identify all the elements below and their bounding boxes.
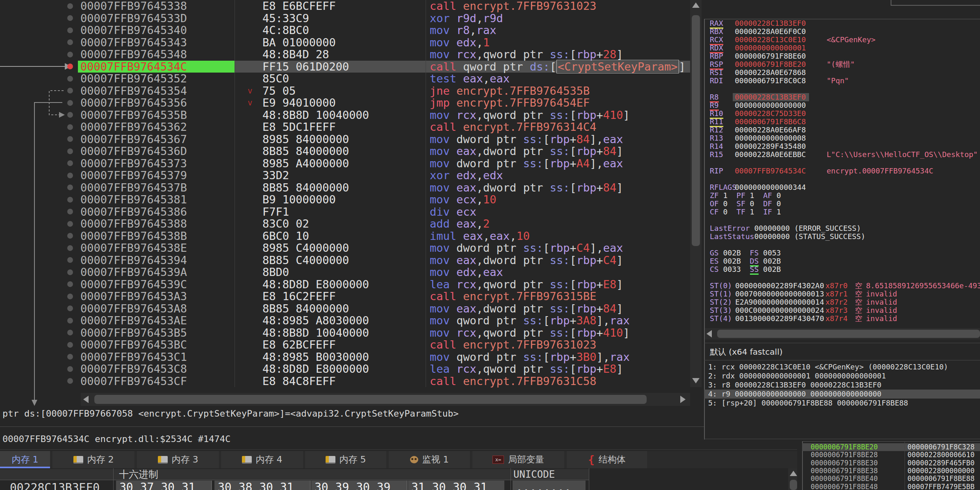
disasm-row[interactable]: 00007FFB9764539C48:8D8D E8000000lea rcx,… — [0, 278, 690, 291]
register-value[interactable]: 0000006791F8BE60 — [735, 52, 806, 60]
disasm-row[interactable]: 00007FFB9764537933D2xor edx,edx — [0, 169, 690, 182]
scroll-up-icon[interactable] — [692, 2, 700, 8]
disasm-row[interactable]: 00007FFB97645386F7F1div ecx — [0, 206, 690, 218]
register-value[interactable]: 0000000000000001 — [735, 44, 806, 52]
disasm-row[interactable]: 00007FFB97645338E8 E6BCFEFFcall encrypt.… — [0, 0, 690, 12]
register-value[interactable]: 00000228C13B3EF0 — [735, 93, 806, 101]
stack-row[interactable]: 0000006791F8BE380000022800000000 — [802, 467, 980, 475]
register-row[interactable]: RCX00000228C13C0E10<&CPGenKey> — [704, 36, 980, 44]
register-row[interactable]: R1500000228A0E6EBBCL"C:\\Users\\HelloCTF… — [704, 150, 980, 159]
register-row[interactable]: RDX0000000000000001 — [704, 44, 980, 52]
row-dot[interactable] — [67, 27, 73, 33]
register-row[interactable]: R800000228C13B3EF0 — [704, 93, 980, 101]
row-dot[interactable] — [67, 209, 73, 214]
x87-register-row[interactable]: ST(4)0013000002289F430470x87r4空invalid — [704, 315, 980, 323]
row-dot[interactable] — [67, 366, 73, 372]
tab-局部变量[interactable]: x=局部变量 — [472, 451, 564, 468]
register-row[interactable]: R110000006791F8B6C8 — [704, 118, 980, 126]
register-row[interactable]: RFLAGS0000000000000344 — [704, 183, 980, 191]
row-dot[interactable] — [67, 294, 73, 299]
disasm-row[interactable]: 00007FFB976453C848:8D8D E8000000lea rcx,… — [0, 363, 690, 375]
disasm-row[interactable]: 00007FFB976453CFE8 84C8FEFFcall encrypt.… — [0, 375, 690, 387]
call-argument-row[interactable]: 3: r8 00000228C13B3EF0 00000228C13B3EF0 — [704, 381, 980, 390]
row-dot[interactable] — [67, 281, 73, 287]
row-dot[interactable] — [67, 221, 73, 227]
tab-内存 5[interactable]: 内存 5 — [305, 451, 386, 468]
register-value[interactable]: 00007FFB9764534C — [735, 167, 806, 175]
row-dot[interactable] — [67, 100, 73, 106]
row-dot[interactable] — [67, 39, 73, 45]
x87-register-row[interactable]: ST(2)E2A90000000000000014x87r2空invalid — [704, 298, 980, 306]
breakpoint-dot[interactable] — [67, 64, 73, 69]
stack-row[interactable]: 0000006791F8BE4800007FFB7479E5BB — [802, 483, 980, 490]
row-dot[interactable] — [67, 136, 73, 142]
x87-register-row[interactable]: ST(3)000C0000000000000024x87r3空invalid — [704, 306, 980, 315]
row-dot[interactable] — [67, 269, 73, 275]
row-dot[interactable] — [67, 76, 73, 82]
row-dot[interactable] — [67, 330, 73, 335]
register-value[interactable]: 00000228A0E67868 — [735, 68, 806, 77]
dump-unicode-header[interactable]: UNICODE — [513, 469, 555, 480]
row-dot[interactable] — [67, 245, 73, 251]
disasm-vscroll-thumb[interactable] — [692, 15, 700, 246]
tab-内存 3[interactable]: 内存 3 — [137, 451, 219, 468]
register-row[interactable]: R1000000228C75D33E0 — [704, 109, 980, 118]
register-row[interactable]: RBP0000006791F8BE60 — [704, 52, 980, 60]
dump-unicode-cell[interactable]: ........ — [513, 481, 586, 490]
tab-结构体[interactable]: {结构体 — [567, 451, 647, 468]
register-value[interactable]: 0000006791F8B6C8 — [735, 118, 806, 126]
register-value[interactable]: 00000228A0E6EBBC — [735, 150, 806, 159]
scroll-up-icon[interactable] — [790, 471, 797, 476]
x87-register-row[interactable]: ST(0)0000000002289F4302A0x87r0空8.6518589… — [704, 282, 980, 290]
register-row[interactable]: R14000002289F435480 — [704, 142, 980, 150]
disasm-row[interactable]: 00007FFB9764536D8B85 84000000mov eax,dwo… — [0, 145, 690, 157]
row-dot[interactable] — [67, 15, 73, 21]
disasm-row[interactable]: 00007FFB9764533D45:33C9xor r9d,r9d — [0, 12, 690, 25]
disasm-row[interactable]: 00007FFB97645343BA 01000000mov edx,1 — [0, 36, 690, 49]
register-value[interactable]: 000002289F435480 — [735, 142, 806, 150]
disasm-row[interactable]: 00007FFB976453A88B85 84000000mov eax,dwo… — [0, 303, 690, 315]
disasm-row[interactable]: 00007FFB976453BCE8 62BCFEFFcall encrypt.… — [0, 339, 690, 351]
row-dot[interactable] — [67, 160, 73, 166]
disasm-row[interactable]: 00007FFB976453948B85 C4000000mov eax,dwo… — [0, 254, 690, 267]
register-value[interactable]: 00000228C75D33E0 — [735, 109, 806, 118]
scroll-left-icon[interactable] — [83, 396, 89, 403]
register-value[interactable]: 00000228A0E66AF8 — [735, 126, 806, 134]
disasm-row[interactable]: 00007FFB9764535B48:8B8D 10040000mov rcx,… — [0, 109, 690, 121]
calling-convention-selector[interactable]: 默认 (x64 fastcall) — [710, 346, 783, 358]
row-dot[interactable] — [67, 112, 73, 118]
register-row[interactable]: RBX00000228A0E6F0C0 — [704, 27, 980, 36]
dump-byte-group[interactable]: 30 38 30 31 — [214, 481, 311, 490]
register-row[interactable]: RIP00007FFB9764534Cencrypt.00007FFB97645… — [704, 167, 980, 175]
row-dot[interactable] — [67, 124, 73, 130]
registers-horizontal-scrollbar[interactable] — [705, 328, 980, 340]
register-value[interactable]: 00000228C13B3EF0 — [735, 19, 806, 27]
scroll-down-icon[interactable] — [692, 378, 700, 383]
disasm-row[interactable]: 00007FFB9764537B8B85 84000000mov eax,dwo… — [0, 182, 690, 194]
scroll-left-icon[interactable] — [707, 330, 712, 337]
dump-byte-group[interactable]: 30 39 30 39 — [311, 481, 408, 490]
disasm-row[interactable]: 00007FFB976453404C:8BC0mov r8,rax — [0, 24, 690, 36]
call-argument-row[interactable]: 4: r9 0000000000000000 0000000000000000 — [704, 390, 980, 399]
disasm-row[interactable]: 00007FFB97645356vE9 94010000jmp encrypt.… — [0, 97, 690, 109]
row-dot[interactable] — [67, 3, 73, 9]
register-value[interactable]: 00000228C13C0E10 — [735, 36, 806, 44]
dump-byte-group[interactable]: 30 37 30 31 — [116, 481, 212, 490]
register-row[interactable]: R1200000228A0E66AF8 — [704, 126, 980, 134]
dump-byte-group[interactable]: 31 30 30 31 — [408, 481, 504, 490]
stack-row[interactable]: 0000006791F8BE200000006791F8C328 — [802, 443, 980, 451]
call-argument-row[interactable]: 1: rcx 00000228C13C0E10 <&CPGenKey> (000… — [704, 362, 980, 371]
registers-hscroll-thumb[interactable] — [717, 330, 980, 338]
row-dot[interactable] — [67, 52, 73, 57]
register-value[interactable]: 0000006791F8C0C8 — [735, 77, 806, 85]
row-dot[interactable] — [67, 378, 73, 384]
row-dot[interactable] — [67, 318, 73, 324]
disasm-row[interactable]: 00007FFB9764538883C0 02add eax,2 — [0, 218, 690, 230]
register-value[interactable]: 0000000000000344 — [735, 183, 806, 191]
disasm-row[interactable]: 00007FFB976453C148:8985 B0030000mov qwor… — [0, 351, 690, 363]
register-row[interactable]: RDI0000006791F8C0C8"Pqn" — [704, 77, 980, 85]
register-value[interactable]: 0000000000000000 — [735, 101, 806, 109]
dump-vertical-scrollbar[interactable] — [788, 468, 797, 490]
call-argument-row[interactable]: 5: [rsp+20] 0000006791F8BE88 0000006791F… — [704, 399, 980, 408]
call-argument-row[interactable]: 2: rdx 0000000000000001 0000000000000001 — [704, 371, 980, 381]
